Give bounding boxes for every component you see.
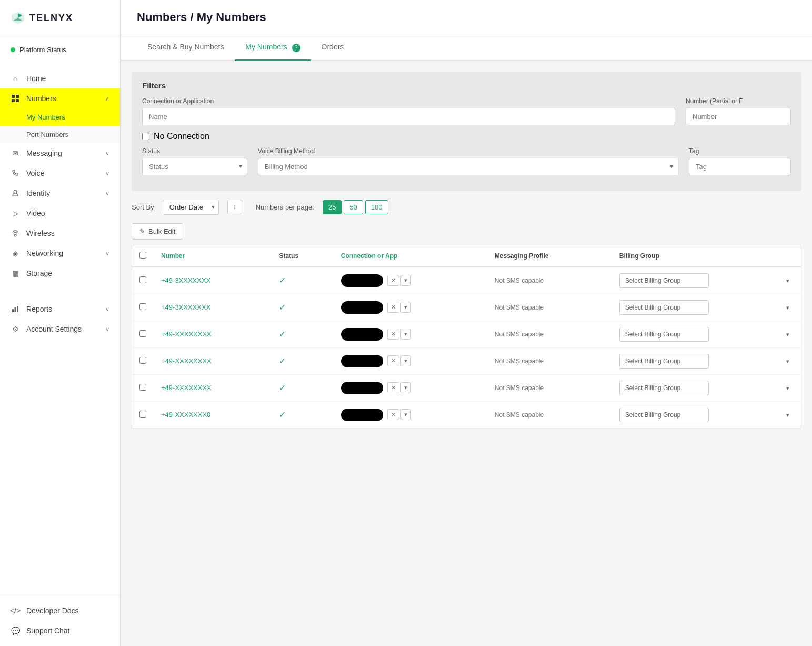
sidebar-item-numbers[interactable]: Numbers ∧ — [0, 88, 120, 108]
bulk-edit-label: Bulk Edit — [148, 227, 175, 235]
sidebar-item-account-settings[interactable]: ⚙ Account Settings ∨ — [0, 319, 120, 339]
bulk-edit-button[interactable]: ✎ Bulk Edit — [132, 223, 183, 240]
sidebar-item-developer-docs[interactable]: </> Developer Docs — [0, 601, 120, 621]
row-checkbox-cell — [132, 401, 154, 428]
row-checkbox[interactable] — [139, 303, 146, 310]
row-messaging: Not SMS capable — [487, 294, 612, 321]
connection-dropdown-button[interactable]: ▾ — [400, 382, 411, 393]
sort-direction-button[interactable]: ↕ — [227, 200, 242, 214]
sidebar-item-networking[interactable]: ◈ Networking ∨ — [0, 243, 120, 263]
row-checkbox-cell — [132, 321, 154, 347]
table-header: Number Status Connection or App Messagin… — [132, 245, 801, 267]
row-checkbox[interactable] — [139, 330, 146, 337]
sidebar-item-my-numbers[interactable]: My Numbers — [0, 108, 120, 126]
sidebar-item-voice[interactable]: Voice ∨ — [0, 163, 120, 183]
billing-group-select[interactable]: Select Billing Group — [619, 381, 709, 395]
billing-group-select[interactable]: Select Billing Group — [619, 300, 709, 315]
my-numbers-badge: ? — [292, 44, 300, 52]
status-select[interactable]: Status Active Inactive — [142, 158, 247, 175]
networking-chevron-icon: ∨ — [105, 250, 109, 257]
storage-icon: ▤ — [11, 269, 20, 278]
number-input[interactable] — [686, 108, 791, 125]
no-connection-checkbox[interactable] — [142, 133, 149, 140]
select-all-checkbox[interactable] — [139, 252, 146, 259]
billing-group-select[interactable]: Select Billing Group — [619, 408, 709, 422]
billing-group-select[interactable]: Select Billing Group — [619, 354, 709, 369]
table-row: +49-3XXXXXXX ✓ ✕ ▾ Not SMS capable Selec… — [132, 267, 801, 294]
connection-input[interactable] — [142, 108, 675, 125]
sidebar-item-port-numbers[interactable]: Port Numbers — [0, 126, 120, 143]
connection-actions: ✕ ▾ — [387, 275, 411, 286]
billing-select-wrapper: Select Billing Group — [619, 408, 794, 422]
sort-by-label: Sort By — [132, 203, 154, 211]
billing-select-wrapper: Select Billing Group — [619, 273, 794, 288]
main-content: Numbers / My Numbers Search & Buy Number… — [121, 0, 812, 646]
sidebar-item-home[interactable]: ⌂ Home — [0, 68, 120, 88]
row-checkbox[interactable] — [139, 384, 146, 391]
sidebar-item-home-label: Home — [26, 74, 46, 83]
sort-select[interactable]: Order Date Number Status — [163, 200, 219, 215]
col-header-connection[interactable]: Connection or App — [334, 245, 487, 267]
billing-select-wrapper: Billing Method Per-Minute Billing Channe… — [258, 158, 678, 175]
connection-remove-button[interactable]: ✕ — [387, 409, 399, 420]
billing-group-select[interactable]: Select Billing Group — [619, 273, 709, 288]
connection-dropdown-button[interactable]: ▾ — [400, 409, 411, 420]
filters-row-2: Status Status Active Inactive Voice Bill… — [142, 147, 791, 175]
billing-select-wrapper: Select Billing Group — [619, 300, 794, 315]
billing-group-select[interactable]: Select Billing Group — [619, 327, 709, 342]
sidebar-item-video[interactable]: ▷ Video — [0, 203, 120, 223]
connection-actions: ✕ ▾ — [387, 382, 411, 393]
connection-remove-button[interactable]: ✕ — [387, 275, 399, 286]
row-billing: Select Billing Group — [612, 321, 801, 347]
tag-input[interactable] — [689, 158, 791, 175]
sidebar-item-support-chat[interactable]: 💬 Support Chat — [0, 621, 120, 641]
row-checkbox[interactable] — [139, 276, 146, 283]
tab-orders[interactable]: Orders — [311, 35, 355, 61]
svg-rect-3 — [12, 95, 15, 98]
filters-section: Filters Connection or Application Number… — [132, 72, 801, 191]
connection-remove-button[interactable]: ✕ — [387, 382, 399, 393]
row-billing: Select Billing Group — [612, 294, 801, 321]
sidebar-item-reports[interactable]: Reports ∨ — [0, 299, 120, 319]
connection-dropdown-button[interactable]: ▾ — [400, 302, 411, 313]
filter-connection: Connection or Application — [142, 97, 675, 125]
voice-billing-select[interactable]: Billing Method Per-Minute Billing Channe… — [258, 158, 678, 175]
connection-dropdown-button[interactable]: ▾ — [400, 355, 411, 366]
row-messaging: Not SMS capable — [487, 401, 612, 428]
sidebar-item-storage[interactable]: ▤ Storage — [0, 263, 120, 283]
logo: TELNYX — [0, 0, 120, 36]
connection-dropdown-button[interactable]: ▾ — [400, 275, 411, 286]
tab-my-numbers[interactable]: My Numbers ? — [235, 35, 310, 61]
per-page-50-button[interactable]: 50 — [344, 200, 363, 214]
status-checkmark: ✓ — [279, 356, 286, 365]
connection-remove-button[interactable]: ✕ — [387, 302, 399, 313]
status-checkmark: ✓ — [279, 383, 286, 392]
per-page-100-button[interactable]: 100 — [365, 200, 388, 214]
svg-rect-9 — [17, 306, 18, 312]
sidebar-item-messaging[interactable]: ✉ Messaging ∨ — [0, 143, 120, 163]
connection-remove-button[interactable]: ✕ — [387, 355, 399, 366]
per-page-25-button[interactable]: 25 — [323, 200, 342, 214]
sidebar-item-wireless[interactable]: Wireless — [0, 223, 120, 243]
sidebar-item-identity[interactable]: Identity ∨ — [0, 183, 120, 203]
tab-search-buy[interactable]: Search & Buy Numbers — [137, 35, 235, 61]
row-checkbox[interactable] — [139, 357, 146, 364]
page-header: Numbers / My Numbers — [121, 0, 812, 35]
row-status: ✓ — [272, 374, 333, 401]
developer-docs-label: Developer Docs — [26, 607, 79, 615]
per-page-buttons: 25 50 100 — [323, 200, 388, 214]
row-checkbox[interactable] — [139, 411, 146, 418]
connection-dropdown-button[interactable]: ▾ — [400, 329, 411, 340]
account-settings-icon: ⚙ — [11, 324, 20, 334]
bulk-edit-icon: ✎ — [139, 227, 145, 235]
row-messaging: Not SMS capable — [487, 347, 612, 374]
row-checkbox-cell — [132, 374, 154, 401]
row-billing: Select Billing Group — [612, 347, 801, 374]
connection-remove-button[interactable]: ✕ — [387, 329, 399, 340]
platform-status[interactable]: Platform Status — [0, 42, 120, 58]
sms-badge: Not SMS capable — [495, 384, 544, 392]
sms-badge: Not SMS capable — [495, 277, 544, 284]
col-header-number[interactable]: Number — [154, 245, 272, 267]
sidebar-item-identity-label: Identity — [26, 189, 50, 197]
tabs-bar: Search & Buy Numbers My Numbers ? Orders — [121, 35, 812, 61]
